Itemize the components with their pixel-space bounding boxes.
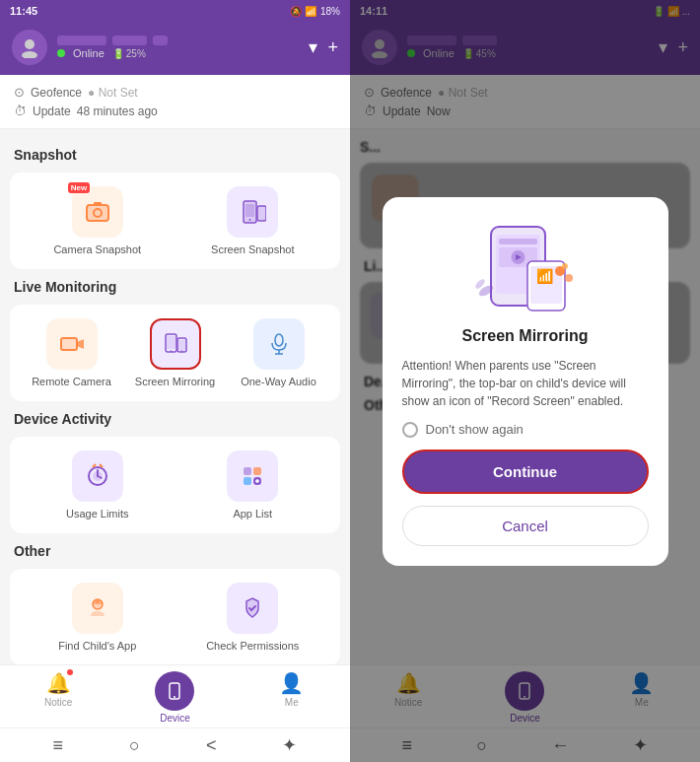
dont-show-label: Don't show again — [426, 422, 524, 437]
screen-snapshot-icon-box — [227, 186, 278, 238]
screen-mirroring-label: Screen Mirroring — [135, 376, 215, 387]
sys-menu-left[interactable]: ≡ — [53, 734, 64, 756]
svg-point-1 — [22, 51, 37, 58]
snapshot-grid: New Camera Snapshot — [20, 186, 330, 255]
device-label-left: Device — [160, 713, 190, 724]
svg-rect-30 — [244, 477, 251, 485]
left-status-row: Online 🔋 25% — [57, 47, 299, 59]
geofence-label-left: Geofence — [31, 86, 82, 100]
svg-point-20 — [180, 350, 182, 352]
dont-show-again-row[interactable]: Don't show again — [402, 422, 524, 438]
left-bottom-nav: 🔔 Notice Device 👤 Me — [0, 664, 350, 727]
modal-text: Attention! When parents use "Screen Mirr… — [402, 357, 649, 410]
camera-snapshot-item[interactable]: New Camera Snapshot — [20, 186, 175, 255]
notice-dot-left — [67, 669, 73, 675]
find-childs-app-item[interactable]: Find Child's App — [20, 583, 175, 652]
name-placeholder-3 — [153, 35, 168, 45]
app-list-icon-box — [227, 450, 278, 502]
nav-device-left[interactable]: Device — [116, 671, 233, 724]
svg-rect-10 — [257, 206, 266, 221]
modal-overlay: 📶 Screen Mirroring Attention! When paren… — [350, 0, 700, 762]
geofence-icon-left: ⊙ — [14, 85, 25, 100]
other-title-left: Other — [14, 543, 340, 559]
right-panel: 14:11 🔋 📶 ... Online 🔋 45% ▾ + — [350, 0, 700, 762]
left-header-info: Online 🔋 25% — [57, 35, 299, 59]
left-online-label: Online — [73, 47, 105, 59]
screen-snapshot-label: Screen Snapshot — [211, 243, 294, 255]
online-dot-left — [57, 49, 65, 57]
sys-back-left[interactable]: < — [206, 734, 217, 756]
svg-rect-18 — [178, 340, 185, 350]
svg-rect-28 — [244, 467, 251, 475]
device-icon-circle-left — [155, 671, 194, 711]
left-main-content: Snapshot New Camera Snapshot — [0, 129, 350, 664]
left-time: 11:45 — [10, 5, 37, 17]
svg-point-53 — [565, 274, 573, 282]
notice-icon-wrap-left: 🔔 — [46, 671, 71, 695]
update-value-left: 48 minutes ago — [77, 104, 158, 118]
dont-show-checkbox[interactable] — [402, 422, 418, 438]
screen-mirroring-item[interactable]: Screen Mirroring — [123, 318, 227, 387]
svg-point-0 — [25, 39, 35, 49]
other-grid: Find Child's App Check Permissions — [20, 583, 330, 652]
live-monitoring-title: Live Monitoring — [14, 279, 340, 295]
left-name-row — [57, 35, 299, 45]
continue-button[interactable]: Continue — [402, 450, 649, 494]
screen-mirroring-modal: 📶 Screen Mirroring Attention! When paren… — [383, 197, 668, 566]
svg-point-19 — [170, 350, 172, 352]
find-childs-app-label: Find Child's App — [58, 640, 136, 652]
left-avatar — [12, 30, 47, 65]
svg-rect-16 — [167, 336, 175, 349]
remote-camera-label: Remote Camera — [32, 376, 111, 387]
remote-camera-icon-box — [46, 318, 98, 370]
screen-snapshot-item[interactable]: Screen Snapshot — [175, 186, 331, 255]
screen-mirroring-icon-box — [150, 318, 201, 370]
svg-rect-5 — [94, 202, 102, 206]
usage-limits-icon-box — [72, 450, 123, 502]
left-dropdown-btn[interactable]: ▾ — [309, 36, 317, 58]
sys-extra-left[interactable]: ✦ — [282, 734, 297, 756]
left-battery-pct: 18% — [320, 6, 340, 17]
device-activity-title: Device Activity — [14, 411, 340, 427]
svg-marker-14 — [77, 339, 84, 349]
name-placeholder-2 — [112, 35, 147, 45]
snapshot-card: New Camera Snapshot — [10, 173, 340, 269]
left-update-row: ⏱ Update 48 minutes ago — [14, 102, 336, 120]
app-list-label: App List — [233, 508, 272, 520]
left-info-rows: ⊙ Geofence ● Not Set ⏱ Update 48 minutes… — [0, 75, 350, 129]
update-icon-left: ⏱ — [14, 104, 27, 118]
find-childs-app-icon-box — [72, 583, 123, 634]
left-header-actions[interactable]: ▾ + — [309, 36, 338, 58]
name-placeholder-1 — [57, 35, 106, 45]
live-monitoring-grid: Remote Camera Screen Mirroring — [20, 318, 330, 387]
camera-snapshot-icon-box: New — [72, 186, 123, 238]
cancel-button[interactable]: Cancel — [402, 506, 649, 546]
remote-camera-item[interactable]: Remote Camera — [20, 318, 123, 387]
nav-notice-left[interactable]: 🔔 Notice — [0, 671, 116, 724]
svg-rect-29 — [253, 467, 261, 475]
one-way-audio-item[interactable]: One-Way Audio — [227, 318, 330, 387]
sys-home-left[interactable]: ○ — [129, 734, 140, 756]
left-signal-icon: 🔕 📶 — [290, 6, 316, 17]
check-permissions-icon-box — [227, 583, 278, 634]
other-card: Find Child's App Check Permissions — [10, 569, 340, 664]
me-label-left: Me — [285, 697, 299, 708]
device-activity-grid: Usage Limits App Li — [20, 450, 330, 520]
modal-illustration: 📶 — [466, 217, 585, 315]
check-permissions-label: Check Permissions — [206, 640, 299, 652]
app-list-item[interactable]: App List — [175, 450, 331, 520]
geofence-value-left: ● Not Set — [88, 86, 138, 100]
left-add-btn[interactable]: + — [327, 37, 338, 58]
svg-rect-8 — [245, 204, 254, 217]
left-status-right: 🔕 📶 18% — [290, 6, 340, 17]
svg-point-39 — [174, 696, 175, 698]
live-monitoring-card: Remote Camera Screen Mirroring — [10, 305, 340, 401]
left-status-bar: 11:45 🔕 📶 18% — [0, 0, 350, 22]
camera-snapshot-label: Camera Snapshot — [53, 243, 141, 255]
check-permissions-item[interactable]: Check Permissions — [175, 583, 331, 652]
svg-point-54 — [562, 263, 568, 269]
modal-title: Screen Mirroring — [461, 327, 588, 345]
usage-limits-item[interactable]: Usage Limits — [20, 450, 175, 520]
snapshot-title: Snapshot — [14, 147, 340, 163]
nav-me-left[interactable]: 👤 Me — [234, 671, 350, 724]
